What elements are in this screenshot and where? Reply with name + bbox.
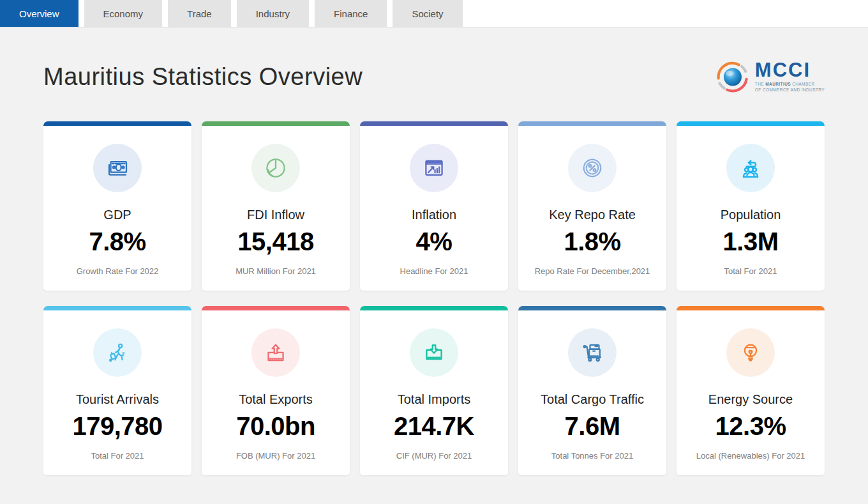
mcci-tagline: THE MAURITIUS CHAMBEROF COMMERCE AND IND… bbox=[755, 82, 825, 93]
kpi-card-key-repo-rate: Key Repo Rate 1.8% Repo Rate For Decembe… bbox=[518, 121, 666, 291]
kpi-label: Total Cargo Traffic bbox=[541, 391, 644, 408]
kpi-label: Key Repo Rate bbox=[549, 206, 636, 223]
card-accent-bar bbox=[43, 306, 191, 310]
mcci-logo: MCCI THE MAURITIUS CHAMBEROF COMMERCE AN… bbox=[715, 60, 825, 93]
cargo-trolley-icon bbox=[568, 328, 617, 377]
report-canvas: Mauritius Statistics Overview bbox=[0, 54, 868, 475]
card-accent-bar bbox=[43, 121, 191, 126]
pie-chart-icon bbox=[251, 144, 300, 192]
traveler-icon bbox=[93, 328, 142, 377]
kpi-subtitle: Total For 2021 bbox=[724, 266, 777, 277]
page-title: Mauritius Statistics Overview bbox=[43, 63, 363, 91]
kpi-card-total-exports: Total Exports 70.0bn FOB (MUR) For 2021 bbox=[202, 306, 350, 475]
tab-economy[interactable]: Economy bbox=[84, 0, 163, 27]
tab-finance[interactable]: Finance bbox=[315, 0, 387, 27]
kpi-label: Inflation bbox=[412, 206, 456, 223]
kpi-value: 1.8% bbox=[564, 227, 620, 256]
tab-trade[interactable]: Trade bbox=[168, 0, 231, 27]
tab-industry[interactable]: Industry bbox=[237, 0, 309, 27]
kpi-label: Total Exports bbox=[239, 391, 313, 408]
report-tab-bar: Overview Economy Trade Industry Finance … bbox=[0, 0, 868, 28]
kpi-label: FDI Inflow bbox=[247, 206, 304, 223]
kpi-label: Total Imports bbox=[398, 391, 470, 408]
card-accent-bar bbox=[677, 306, 825, 310]
kpi-subtitle: Local (Renewables) For 2021 bbox=[696, 451, 805, 461]
mcci-wordmark: MCCI bbox=[755, 60, 825, 80]
kpi-cards-grid: GDP 7.8% Growth Rate For 2022 FDI Inflow… bbox=[43, 121, 825, 475]
kpi-card-tourist-arrivals: Tourist Arrivals 179,780 Total For 2021 bbox=[43, 306, 191, 475]
mcci-globe-icon bbox=[715, 60, 750, 93]
card-accent-bar bbox=[677, 121, 825, 126]
percent-badge-icon bbox=[568, 144, 617, 192]
card-accent-bar bbox=[518, 306, 666, 310]
kpi-card-gdp: GDP 7.8% Growth Rate For 2022 bbox=[43, 121, 191, 291]
kpi-subtitle: Repo Rate For December,2021 bbox=[535, 266, 650, 277]
tab-society[interactable]: Society bbox=[393, 0, 462, 27]
kpi-subtitle: Total For 2021 bbox=[91, 451, 144, 461]
kpi-subtitle: CIF (MUR) For 2021 bbox=[396, 451, 472, 461]
kpi-card-inflation: Inflation 4% Headline For 2021 bbox=[360, 121, 508, 291]
kpi-value: 12.3% bbox=[715, 411, 786, 441]
lightbulb-icon bbox=[726, 328, 775, 377]
kpi-subtitle: Growth Rate For 2022 bbox=[77, 266, 159, 277]
kpi-value: 70.0bn bbox=[236, 411, 315, 441]
people-group-icon bbox=[726, 144, 775, 192]
export-box-icon bbox=[251, 328, 300, 377]
card-accent-bar bbox=[202, 306, 350, 310]
kpi-value: 7.6M bbox=[565, 411, 620, 441]
kpi-label: GDP bbox=[103, 206, 131, 223]
card-accent-bar bbox=[360, 306, 508, 310]
kpi-card-energy-source: Energy Source 12.3% Local (Renewables) F… bbox=[677, 306, 825, 475]
kpi-label: Population bbox=[721, 206, 781, 223]
kpi-subtitle: MUR Million For 2021 bbox=[236, 266, 316, 277]
kpi-value: 7.8% bbox=[89, 227, 146, 256]
header: Mauritius Statistics Overview bbox=[43, 54, 825, 100]
kpi-card-fdi-inflow: FDI Inflow 15,418 MUR Million For 2021 bbox=[202, 121, 350, 291]
kpi-value: 179,780 bbox=[72, 411, 162, 441]
kpi-value: 1.3M bbox=[723, 227, 779, 256]
kpi-label: Energy Source bbox=[708, 391, 793, 408]
chart-window-icon bbox=[410, 144, 458, 192]
card-accent-bar bbox=[518, 121, 666, 126]
kpi-card-total-imports: Total Imports 214.7K CIF (MUR) For 2021 bbox=[360, 306, 508, 475]
kpi-subtitle: Headline For 2021 bbox=[400, 266, 468, 277]
kpi-card-population: Population 1.3M Total For 2021 bbox=[677, 121, 825, 291]
kpi-card-total-cargo-traffic: Total Cargo Traffic 7.6M Total Tonnes Fo… bbox=[518, 306, 666, 475]
kpi-value: 214.7K bbox=[394, 411, 474, 441]
kpi-subtitle: Total Tonnes For 2021 bbox=[551, 451, 633, 461]
card-accent-bar bbox=[360, 121, 508, 126]
card-accent-bar bbox=[202, 121, 350, 126]
import-box-icon bbox=[410, 328, 458, 377]
kpi-subtitle: FOB (MUR) For 2021 bbox=[236, 451, 315, 461]
mcci-logo-text: MCCI THE MAURITIUS CHAMBEROF COMMERCE AN… bbox=[755, 60, 825, 93]
kpi-label: Tourist Arrivals bbox=[76, 391, 159, 408]
kpi-value: 15,418 bbox=[237, 227, 313, 256]
tab-overview[interactable]: Overview bbox=[0, 0, 79, 27]
banknote-icon bbox=[93, 144, 142, 192]
kpi-value: 4% bbox=[416, 227, 453, 256]
